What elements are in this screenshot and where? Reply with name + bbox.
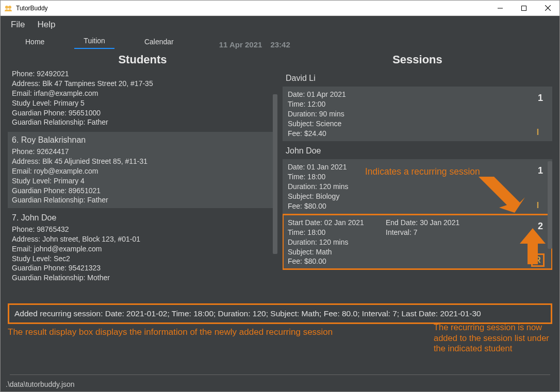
student-address: Address: Blk 47 Tampines Street 20, #17-…: [12, 79, 273, 89]
window-controls: [488, 1, 559, 15]
session-line: Time: 12:00: [288, 99, 365, 109]
bottom-area: Added recurring session: Date: 2021-01-0…: [1, 301, 559, 378]
student-card[interactable]: Phone: 92492021Address: Blk 47 Tampines …: [8, 69, 277, 130]
session-line: Date: 01 Jan 2021: [288, 162, 365, 172]
session-index-badge: 1: [538, 93, 543, 104]
session-index-badge: 1: [538, 165, 543, 176]
svg-marker-6: [479, 177, 525, 213]
tabsbar: Home Tuition Calendar 11 Apr 2021 23:42: [1, 33, 559, 49]
student-address: Address: John street, Block 123, #01-01: [12, 234, 273, 244]
student-phone: Phone: 92624417: [12, 147, 273, 157]
app-icon: [4, 4, 13, 13]
student-phone: Phone: 92492021: [12, 69, 273, 79]
menu-file[interactable]: File: [7, 18, 29, 32]
student-gphone: Guardian Phone: 95421323: [12, 263, 273, 273]
session-line: Fee: $80.00: [288, 257, 365, 266]
session-line: Time: 18:00: [288, 228, 365, 237]
maximize-button[interactable]: [512, 1, 536, 15]
session-line: Subject: Biology: [288, 192, 365, 201]
sessions-heading: Sessions: [283, 53, 552, 66]
sessions-panel: Sessions David LiDate: 01 Apr 2021Time: …: [283, 53, 552, 299]
students-heading: Students: [8, 53, 277, 66]
student-level: Study Level: Primary 5: [12, 98, 273, 108]
close-button[interactable]: [536, 1, 559, 15]
content-area: Students Phone: 92492021Address: Blk 47 …: [1, 49, 559, 301]
app-window: TutorBuddy File Help Home Tuition Calend…: [0, 0, 560, 392]
svg-point-1: [8, 6, 11, 9]
result-text: Added recurring session: Date: 2021-01-0…: [14, 309, 481, 318]
svg-point-0: [5, 6, 8, 9]
student-email: Email: royb@example.com: [12, 166, 273, 176]
students-list[interactable]: Phone: 92492021Address: Blk 47 Tampines …: [8, 69, 277, 299]
student-level: Study Level: Primary 4: [12, 176, 273, 186]
student-address: Address: Blk 45 Aljunied Street 85, #11-…: [12, 157, 273, 166]
student-grel: Guardian Relationship: Mother: [12, 273, 273, 283]
tab-calendar[interactable]: Calendar: [135, 35, 183, 49]
student-gphone: Guardian Phone: 89651021: [12, 186, 273, 196]
annotation-arrow-icon: [479, 177, 525, 213]
students-panel: Students Phone: 92492021Address: Blk 47 …: [8, 53, 277, 299]
session-line: Subject: Science: [288, 119, 365, 129]
session-line: Duration: 120 mins: [288, 182, 365, 192]
session-type-badge: I: [533, 201, 543, 210]
student-grel: Guardian Relationship: Father: [12, 195, 273, 205]
student-phone: Phone: 98765432: [12, 225, 273, 234]
annotation-added-caption: The recurring session is now added to th…: [434, 322, 552, 354]
student-card[interactable]: 6. Roy BalakrishnanPhone: 92624417Addres…: [8, 132, 277, 208]
sessions-scrollbar-thumb[interactable]: [548, 161, 552, 249]
menu-help[interactable]: Help: [33, 18, 59, 32]
session-line: Subject: Math: [288, 247, 365, 257]
session-card[interactable]: Date: 01 Apr 2021Time: 12:00Duration: 90…: [283, 86, 552, 141]
student-level: Study Level: Sec2: [12, 254, 273, 264]
svg-rect-3: [522, 6, 526, 10]
session-owner: David Li: [283, 73, 552, 86]
svg-marker-7: [520, 228, 546, 264]
students-scrollbar-thumb[interactable]: [273, 94, 277, 254]
separator-line: [10, 374, 550, 375]
tab-tuition[interactable]: Tuition: [74, 34, 114, 49]
session-line: Start Date: 02 Jan 2021: [288, 218, 365, 228]
session-line: Duration: 90 mins: [288, 109, 365, 119]
session-line: Duration: 120 mins: [288, 237, 365, 247]
student-name: 7. John Doe: [12, 212, 273, 224]
session-group: David LiDate: 01 Apr 2021Time: 12:00Dura…: [283, 73, 552, 141]
annotation-arrow-up-icon: [520, 228, 546, 264]
session-type-badge: I: [533, 128, 543, 137]
annotation-recurring-indicator: Indicates a recurring session: [365, 166, 480, 177]
session-line: Time: 18:00: [288, 172, 365, 182]
student-gphone: Guardian Phone: 95651000: [12, 108, 273, 118]
date-display: 11 Apr 2021: [219, 40, 262, 49]
app-title: TutorBuddy: [16, 5, 488, 12]
statusbar: .\data\tutorbuddy.json: [1, 378, 559, 391]
session-line: Fee: $80.00: [288, 201, 365, 211]
student-grel: Guardian Relationship: Father: [12, 117, 273, 127]
session-line: Interval: 7: [386, 228, 463, 237]
student-name: 6. Roy Balakrishnan: [12, 134, 273, 146]
minimize-button[interactable]: [488, 1, 512, 15]
student-email: Email: johnd@example.com: [12, 244, 273, 254]
student-card[interactable]: 7. John DoePhone: 98765432Address: John …: [8, 210, 277, 286]
result-display-box: Added recurring session: Date: 2021-01-0…: [8, 303, 552, 324]
time-display: 23:42: [270, 40, 290, 49]
session-line: Fee: $24.40: [288, 129, 365, 139]
tab-home[interactable]: Home: [16, 35, 54, 49]
session-card[interactable]: Start Date: 02 Jan 2021Time: 18:00Durati…: [283, 214, 552, 269]
datetime-display: 11 Apr 2021 23:42: [219, 40, 290, 49]
session-line: End Date: 30 Jan 2021: [386, 218, 463, 228]
menubar: File Help: [1, 16, 559, 33]
session-owner: John Doe: [283, 145, 552, 159]
titlebar: TutorBuddy: [1, 1, 559, 16]
session-line: Date: 01 Apr 2021: [288, 90, 365, 99]
student-email: Email: irfan@example.com: [12, 89, 273, 98]
status-path: .\data\tutorbuddy.json: [6, 380, 75, 388]
